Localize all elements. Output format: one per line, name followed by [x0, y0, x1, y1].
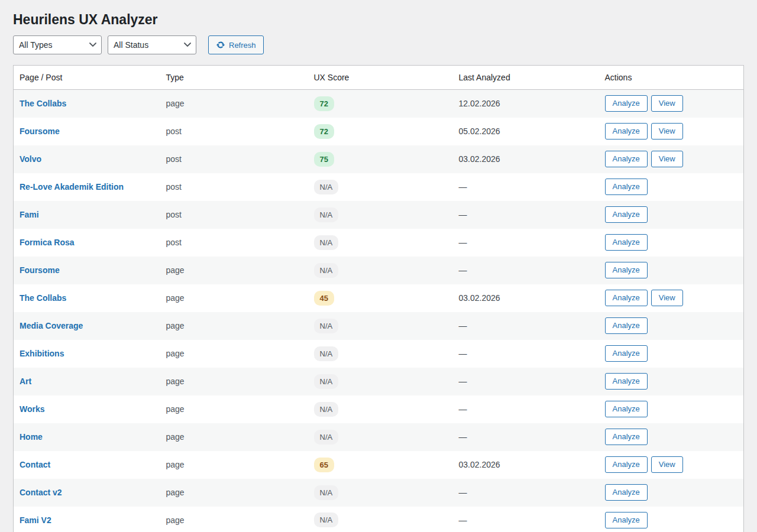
last-analyzed-date: —: [453, 201, 599, 229]
table-body: The Collabs page 72 12.02.2026 AnalyzeVi…: [14, 90, 744, 532]
table-row: Media Coverage page N/A — Analyze: [14, 312, 744, 340]
table-row: Works page N/A — Analyze: [14, 395, 744, 423]
type-label: page: [160, 507, 308, 532]
page-post-link[interactable]: Volvo: [20, 154, 41, 164]
filters-bar: All Types All Status Refresh: [13, 35, 744, 54]
admin-page: Heurilens UX Analyzer All Types All Stat…: [0, 0, 757, 532]
analyze-button[interactable]: Analyze: [605, 123, 648, 140]
ux-score-badge: N/A: [314, 207, 339, 222]
type-filter-select[interactable]: All Types: [13, 35, 102, 54]
ux-score-badge: N/A: [314, 402, 339, 417]
page-post-link[interactable]: Home: [20, 432, 43, 442]
table-row: Fami post N/A — Analyze: [14, 201, 744, 229]
view-button[interactable]: View: [651, 95, 683, 112]
actions-cell: Analyze: [599, 257, 744, 284]
page-title: Heurilens UX Analyzer: [13, 11, 744, 28]
page-post-link[interactable]: Fami V2: [20, 515, 51, 525]
ux-score-badge: N/A: [314, 485, 339, 500]
last-analyzed-date: —: [453, 507, 599, 532]
actions-cell: Analyze: [599, 368, 744, 395]
page-post-link[interactable]: The Collabs: [20, 293, 66, 303]
page-post-link[interactable]: Contact v2: [20, 488, 62, 497]
analyze-button[interactable]: Analyze: [605, 179, 648, 195]
table-row: The Collabs page 45 03.02.2026 AnalyzeVi…: [14, 284, 744, 312]
actions-cell: Analyze: [599, 507, 744, 532]
type-label: post: [160, 229, 308, 257]
ux-score-badge: N/A: [314, 235, 339, 250]
analyze-button[interactable]: Analyze: [605, 512, 648, 528]
view-button[interactable]: View: [651, 123, 683, 140]
page-post-link[interactable]: Exhibitions: [20, 349, 64, 358]
ux-score-badge: 72: [314, 96, 334, 111]
analyze-button[interactable]: Analyze: [605, 234, 648, 251]
ux-score-badge: 45: [314, 291, 334, 306]
last-analyzed-date: —: [453, 312, 599, 340]
table-row: The Collabs page 72 12.02.2026 AnalyzeVi…: [14, 90, 744, 118]
analyze-button[interactable]: Analyze: [605, 95, 648, 112]
view-button[interactable]: View: [651, 151, 683, 167]
page-post-link[interactable]: Formica Rosa: [20, 238, 75, 247]
page-post-link[interactable]: Contact: [20, 460, 50, 469]
last-analyzed-date: —: [453, 368, 599, 395]
last-analyzed-date: —: [453, 479, 599, 507]
last-analyzed-date: 05.02.2026: [453, 118, 599, 145]
ux-score-badge: N/A: [314, 180, 339, 194]
table-row: Re-Love Akademik Edition post N/A — Anal…: [14, 173, 744, 201]
status-filter-select[interactable]: All Status: [108, 35, 196, 54]
table-row: Foursome page N/A — Analyze: [14, 257, 744, 284]
type-filter: All Types: [13, 35, 102, 54]
analyze-button[interactable]: Analyze: [605, 262, 648, 278]
analyze-button[interactable]: Analyze: [605, 401, 648, 417]
analyze-button[interactable]: Analyze: [605, 373, 648, 390]
type-label: page: [160, 423, 308, 451]
ux-score-badge: 65: [314, 458, 334, 472]
last-analyzed-date: —: [453, 229, 599, 257]
type-label: page: [160, 368, 308, 395]
view-button[interactable]: View: [651, 290, 683, 306]
actions-cell: Analyze: [599, 395, 744, 423]
page-post-link[interactable]: Fami: [20, 210, 39, 219]
page-post-link[interactable]: The Collabs: [20, 99, 66, 108]
actions-cell: Analyze: [599, 173, 744, 201]
analyze-button[interactable]: Analyze: [605, 317, 648, 334]
last-analyzed-date: —: [453, 395, 599, 423]
header-row: Page / Post Type UX Score Last Analyzed …: [14, 66, 744, 90]
column-header-page-post: Page / Post: [14, 66, 160, 90]
last-analyzed-date: —: [453, 340, 599, 368]
ux-score-badge: N/A: [314, 346, 339, 361]
table-row: Foursome post 72 05.02.2026 AnalyzeView: [14, 118, 744, 145]
table-row: Contact page 65 03.02.2026 AnalyzeView: [14, 451, 744, 479]
page-post-link[interactable]: Foursome: [20, 265, 60, 275]
analyze-button[interactable]: Analyze: [605, 290, 648, 306]
actions-cell: Analyze: [599, 479, 744, 507]
type-label: post: [160, 201, 308, 229]
analyze-button[interactable]: Analyze: [605, 429, 648, 445]
page-post-link[interactable]: Art: [20, 377, 31, 386]
analyze-button[interactable]: Analyze: [605, 484, 648, 501]
table-row: Contact v2 page N/A — Analyze: [14, 479, 744, 507]
ux-table: Page / Post Type UX Score Last Analyzed …: [13, 65, 744, 532]
actions-cell: AnalyzeView: [599, 90, 744, 118]
page-post-link[interactable]: Works: [20, 404, 45, 414]
type-label: page: [160, 312, 308, 340]
analyze-button[interactable]: Analyze: [605, 345, 648, 362]
actions-cell: Analyze: [599, 229, 744, 257]
ux-score-badge: 75: [314, 152, 334, 167]
page-post-link[interactable]: Foursome: [20, 126, 60, 136]
view-button[interactable]: View: [651, 456, 683, 473]
type-label: page: [160, 451, 308, 479]
refresh-button[interactable]: Refresh: [208, 35, 264, 54]
analyze-button[interactable]: Analyze: [605, 456, 648, 473]
actions-cell: Analyze: [599, 201, 744, 229]
table-header: Page / Post Type UX Score Last Analyzed …: [14, 66, 744, 90]
actions-cell: Analyze: [599, 340, 744, 368]
column-header-actions: Actions: [599, 66, 744, 90]
ux-score-badge: N/A: [314, 319, 339, 333]
type-label: page: [160, 340, 308, 368]
analyze-button[interactable]: Analyze: [605, 206, 648, 223]
ux-score-badge: 72: [314, 124, 334, 139]
page-post-link[interactable]: Re-Love Akademik Edition: [20, 182, 124, 192]
page-post-link[interactable]: Media Coverage: [20, 321, 83, 330]
type-label: page: [160, 479, 308, 507]
analyze-button[interactable]: Analyze: [605, 151, 648, 167]
